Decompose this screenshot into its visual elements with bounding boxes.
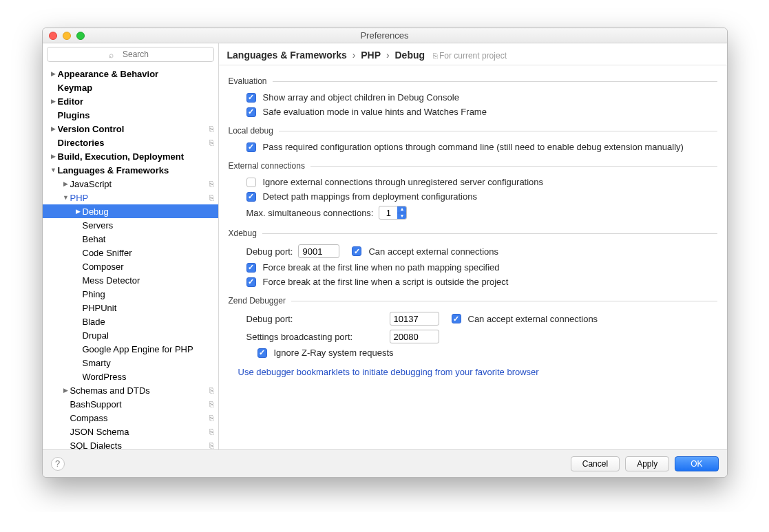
caret-down-icon[interactable]	[62, 194, 70, 201]
zend-bcast-input[interactable]	[390, 330, 439, 343]
checkbox-eval-safe-mode[interactable]	[246, 107, 256, 117]
tree-item[interactable]: PHP⎘	[43, 191, 218, 204]
tree-item[interactable]: BashSupport⎘	[43, 397, 218, 411]
zend-port-label: Debug port:	[246, 314, 384, 324]
tree-item-label: Compass	[70, 413, 209, 423]
stepper-down-icon[interactable]: ▾	[397, 213, 406, 219]
caret-right-icon[interactable]	[74, 208, 83, 215]
section-evaluation: Evaluation Show array and object childre…	[229, 76, 717, 119]
body: ⌕ Appearance & BehaviorKeymapEditorPlugi…	[43, 43, 727, 449]
checkbox-label: Ignore Z-Ray system requests	[274, 348, 394, 358]
checkbox-xdebug-break-outside[interactable]	[246, 277, 256, 287]
tree-item[interactable]: Editor	[43, 94, 218, 108]
caret-right-icon[interactable]	[50, 125, 58, 132]
tree-item[interactable]: Compass⎘	[43, 411, 218, 425]
tree-item[interactable]: SQL Dialects⎘	[43, 438, 218, 449]
tree-item[interactable]: Code Sniffer	[43, 246, 218, 259]
project-scope-icon: ⎘	[209, 427, 214, 436]
tree-item-label: Servers	[83, 220, 214, 231]
search-input[interactable]	[47, 47, 214, 62]
crumb-a: Languages & Frameworks	[227, 50, 347, 61]
checkbox-label: Can accept external connections	[468, 314, 598, 324]
max-conn-input[interactable]	[379, 208, 397, 218]
xdebug-port-input[interactable]	[298, 244, 339, 258]
ok-button[interactable]: OK	[675, 456, 718, 471]
checkbox-label: Can accept external connections	[368, 246, 498, 257]
tree-item-label: WordPress	[83, 372, 214, 382]
crumb-sep: ›	[350, 50, 359, 61]
zend-bcast-label: Settings broadcasting port:	[246, 332, 384, 342]
tree-item-label: Editor	[58, 96, 214, 107]
caret-right-icon[interactable]	[62, 180, 70, 187]
tree-item[interactable]: Composer	[43, 259, 218, 273]
tree-item[interactable]: Phing	[43, 287, 218, 301]
tree-item[interactable]: Debug	[43, 204, 218, 218]
tree-item[interactable]: Build, Execution, Deployment	[43, 149, 218, 163]
tree-item[interactable]: Directories⎘	[43, 136, 218, 149]
zend-port-input[interactable]	[390, 312, 439, 326]
scope-label: ⎘For current project	[428, 51, 507, 61]
bookmarklets-link[interactable]: Use debugger bookmarklets to initiate de…	[229, 360, 539, 377]
max-conn-stepper[interactable]: ▴▾	[379, 206, 407, 220]
caret-down-icon[interactable]	[50, 167, 58, 173]
checkbox-label: Ignore external connections through unre…	[263, 177, 544, 187]
tree-item[interactable]: Appearance & Behavior	[43, 67, 218, 81]
tree-item[interactable]: Schemas and DTDs⎘	[43, 383, 218, 397]
tree-item[interactable]: Plugins	[43, 108, 218, 122]
tree-item[interactable]: JavaScript⎘	[43, 177, 218, 191]
section-title: Zend Debugger	[229, 296, 286, 306]
section-external-conn: External connections Ignore external con…	[229, 161, 717, 222]
checkbox-eval-show-children[interactable]	[246, 93, 256, 103]
caret-right-icon[interactable]	[50, 153, 58, 160]
checkbox-ext-detect-mappings[interactable]	[246, 192, 256, 202]
checkbox-ext-ignore[interactable]	[246, 178, 256, 187]
project-scope-icon: ⎘	[209, 180, 214, 188]
checkbox-zend-accept-ext[interactable]	[452, 314, 461, 323]
cancel-button[interactable]: Cancel	[571, 456, 620, 471]
checkbox-xdebug-break-nomapping[interactable]	[246, 263, 256, 273]
checkbox-zend-ignore-zray[interactable]	[257, 348, 267, 358]
section-title: Local debug	[229, 126, 273, 136]
apply-button[interactable]: Apply	[625, 456, 669, 471]
tree-item[interactable]: Mess Detector	[43, 273, 218, 287]
tree-item[interactable]: Drupal	[43, 328, 218, 342]
section-title: Evaluation	[229, 76, 267, 86]
search-wrap: ⌕	[43, 43, 218, 65]
tree-item[interactable]: Languages & Frameworks	[43, 163, 218, 177]
tree-item-label: Appearance & Behavior	[58, 69, 214, 79]
project-scope-icon: ⎘	[209, 414, 214, 422]
help-button[interactable]: ?	[51, 457, 65, 471]
tree-item[interactable]: Version Control⎘	[43, 122, 218, 136]
tree-item[interactable]: Servers	[43, 218, 218, 232]
checkbox-local-pass-config[interactable]	[246, 142, 256, 152]
tree-item-label: Keymap	[58, 83, 214, 93]
section-title: Xdebug	[229, 228, 257, 238]
tree-item-label: Mess Detector	[83, 275, 214, 286]
caret-right-icon[interactable]	[62, 387, 70, 394]
tree-item[interactable]: WordPress	[43, 370, 218, 383]
settings-tree[interactable]: Appearance & BehaviorKeymapEditorPlugins…	[43, 65, 218, 449]
tree-item[interactable]: PHPUnit	[43, 301, 218, 315]
content: Languages & Frameworks › PHP › Debug ⎘Fo…	[219, 43, 727, 449]
tree-item[interactable]: JSON Schema⎘	[43, 425, 218, 438]
checkbox-label: Pass required configuration options thro…	[263, 142, 684, 152]
titlebar: Preferences	[43, 28, 727, 43]
project-scope-icon: ⎘	[209, 125, 214, 133]
tree-item[interactable]: Google App Engine for PHP	[43, 342, 218, 356]
preferences-window: Preferences ⌕ Appearance & BehaviorKeyma…	[42, 28, 728, 478]
tree-item[interactable]: Behat	[43, 232, 218, 246]
settings-panel: Evaluation Show array and object childre…	[219, 65, 727, 449]
section-zend: Zend Debugger Debug port: Can accept ext…	[229, 296, 717, 360]
tree-item[interactable]: Smarty	[43, 356, 218, 370]
tree-item-label: SQL Dialects	[70, 440, 209, 450]
tree-item[interactable]: Keymap	[43, 81, 218, 94]
stepper-up-icon[interactable]: ▴	[397, 206, 406, 213]
checkbox-xdebug-accept-ext[interactable]	[352, 246, 361, 256]
caret-right-icon[interactable]	[50, 98, 58, 105]
caret-right-icon[interactable]	[50, 70, 58, 77]
section-local-debug: Local debug Pass required configuration …	[229, 126, 717, 154]
max-conn-label: Max. simultaneous connections:	[246, 208, 374, 218]
tree-item[interactable]: Blade	[43, 315, 218, 328]
tree-item-label: Version Control	[58, 124, 209, 134]
xdebug-port-label: Debug port:	[246, 246, 293, 257]
